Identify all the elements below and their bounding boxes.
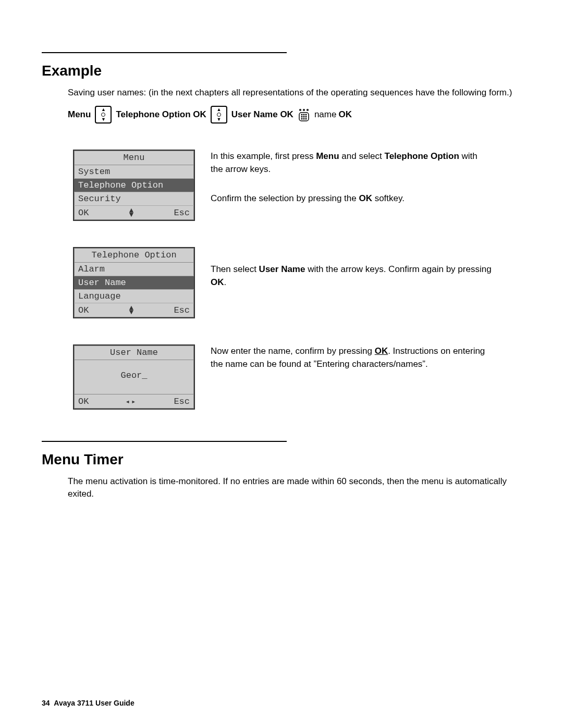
text-bold-underline: OK [375,346,388,356]
text: In this example, first press [211,151,316,161]
softkey-left: OK [78,305,89,315]
lcd-screen-menu: Menu System Telephone Option Security OK… [73,150,195,221]
svg-point-2 [307,109,309,110]
lcd-title: Menu [74,151,194,165]
section-rule [42,441,287,442]
text: Confirm the selection by pressing the [211,193,359,203]
lcd-title: User Name [74,346,194,360]
text-bold: User Name [259,264,305,274]
lcd-title: Telephone Option [74,248,194,263]
seq-username-ok: User Name OK [231,109,293,120]
lcd-item-selected: User Name [74,276,194,290]
svg-point-9 [305,116,307,117]
lcd-screen-teloption: Telephone Option Alarm User Name Languag… [73,247,195,318]
softkey-center-updown-icon: ▲▼ [129,306,133,315]
svg-point-7 [301,116,302,117]
footer-title: Avaya 3711 User Guide [54,699,134,707]
lcd-item-selected: Telephone Option [74,179,194,192]
text: softkey. [372,193,405,203]
arrow-nav-icon: ▲▼ [95,106,112,124]
seq-teloption-ok: Telephone Option OK [116,109,206,120]
lcd-screen-username: User Name Geor_ OK ◂▸ Esc [73,344,195,410]
arrow-nav-icon: ▲▼ [211,106,227,124]
seq-menu: Menu [68,109,91,120]
lcd-item: System [74,165,194,179]
lcd-item: Security [74,192,194,206]
text-bold: Menu [316,151,339,161]
svg-point-11 [303,118,304,119]
svg-point-8 [303,116,304,117]
heading-example: Example [42,63,521,79]
explain-block-1: In this example, first press Menu and se… [211,150,492,205]
lcd-item: Alarm [74,263,194,276]
softkey-left: OK [78,397,89,406]
text: . [224,277,227,287]
softkey-right: Esc [174,305,190,315]
explain-block-3: Now enter the name, confirm by pressing … [211,344,492,371]
text-bold: Telephone Option [385,151,459,161]
heading-menutimer: Menu Timer [42,451,521,468]
operating-sequence: Menu ▲▼ Telephone Option OK ▲▼ User Name… [42,106,521,124]
svg-point-5 [303,114,304,115]
text: Then select [211,264,259,274]
text-bold: OK [359,193,372,203]
softkey-right: Esc [174,208,190,218]
svg-point-10 [301,118,302,119]
svg-point-4 [301,114,302,115]
svg-point-0 [300,109,301,110]
lcd-item: Language [74,290,194,303]
softkey-left: OK [78,208,89,218]
softkey-center-leftright-icon: ◂▸ [125,397,137,406]
text: and select [339,151,385,161]
text: Now enter the name, confirm by pressing [211,346,375,356]
svg-point-12 [305,118,307,119]
text: with the arrow keys. Confirm again by pr… [305,264,491,274]
seq-name-plain: name [314,109,337,120]
section-rule [42,52,287,53]
lcd-input-value: Geor_ [74,360,194,394]
example-intro: Saving user names: (in the next chapters… [42,87,521,100]
svg-point-6 [305,114,307,115]
footer-pagenum: 34 [42,699,50,707]
softkey-center-updown-icon: ▲▼ [129,208,133,217]
text-bold: OK [211,277,224,287]
softkey-right: Esc [174,397,190,406]
seq-final-ok: OK [338,109,352,120]
keypad-icon [298,108,310,121]
menutimer-body: The menu activation is time-monitored. I… [42,475,521,501]
explain-block-2: Then select User Name with the arrow key… [211,247,492,289]
svg-point-1 [303,109,305,110]
page-footer: 34 Avaya 3711 User Guide [42,699,134,707]
